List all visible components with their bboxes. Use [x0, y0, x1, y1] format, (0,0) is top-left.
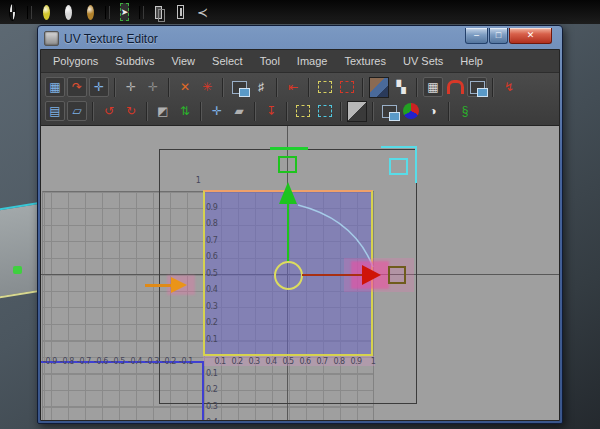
marquee-select-red-icon[interactable] [337, 77, 357, 97]
translate-v-arrow-shaft[interactable] [287, 202, 289, 262]
external-u-arrow-head [171, 277, 187, 293]
axis-label: 0.8 [333, 357, 344, 366]
window-app-icon [44, 31, 59, 46]
menu-item-view[interactable]: View [171, 55, 195, 67]
rotate-uv-cw-icon[interactable]: ↻ [121, 101, 141, 121]
texture-image-icon[interactable] [369, 77, 389, 97]
texture-image-bw-icon[interactable] [347, 101, 367, 121]
frame-top-highlight [270, 147, 308, 150]
sew-uv-edges-icon[interactable]: ✳ [197, 77, 217, 97]
menu-item-select[interactable]: Select [212, 55, 243, 67]
poly-cube-icon [155, 6, 162, 19]
rotate-uv-ccw-icon[interactable]: ↺ [99, 101, 119, 121]
status-separator [27, 6, 32, 19]
dim-image-icon[interactable]: ◑ [423, 101, 443, 121]
align-left-icon[interactable]: ⇤ [283, 77, 303, 97]
menu-item-uv-sets[interactable]: UV Sets [403, 55, 443, 67]
toggle-texture-grid-icon[interactable]: ▦ [423, 77, 443, 97]
minimize-button[interactable]: – [465, 28, 488, 44]
grid-uvs-icon[interactable]: ♯ [251, 77, 271, 97]
menu-item-help[interactable]: Help [460, 55, 483, 67]
menu-item-polygons[interactable]: Polygons [53, 55, 98, 67]
axis-label: -0.2 [162, 357, 176, 366]
menu-item-textures[interactable]: Textures [344, 55, 386, 67]
marquee-select-2-icon[interactable] [293, 101, 313, 121]
pixel-snap-magnet-icon [447, 80, 464, 94]
flip-u-icon[interactable]: ◩ [153, 101, 173, 121]
axis-label: 0.2 [206, 318, 217, 327]
toolbar-separator [168, 78, 170, 97]
uv-lattice-icon[interactable]: ▤ [45, 101, 65, 121]
axis-label: 0.4 [206, 285, 217, 294]
dither-display-icon[interactable]: ▚ [391, 77, 411, 97]
uv-smear-icon[interactable]: ↷ [67, 77, 87, 97]
uv-smudge-icon: ▱ [72, 104, 81, 118]
status-separator [139, 6, 144, 19]
translate-uv-icon[interactable]: ✛ [121, 77, 141, 97]
align-down-icon[interactable]: ↧ [261, 101, 281, 121]
translate-uv-alt-icon: ✛ [148, 80, 158, 94]
external-u-arrow-shaft [145, 284, 172, 287]
frame-all-icon[interactable] [171, 3, 190, 22]
translate-v-handle-square[interactable] [278, 156, 297, 173]
render-globe-icon[interactable] [3, 3, 22, 22]
relax-uvs-icon[interactable]: ▰ [229, 101, 249, 121]
translate-u-arrow-head[interactable] [362, 265, 381, 285]
texture-image-bw-icon [347, 101, 367, 122]
uv-entity-grid-icon[interactable]: ▦ [45, 77, 65, 97]
uv-move-icon[interactable]: ✛ [89, 77, 109, 97]
shaded-display-icon[interactable] [467, 77, 487, 97]
translate-uv-alt-icon[interactable]: ✛ [143, 77, 163, 97]
translate-u-arrow-shaft[interactable] [302, 274, 362, 276]
translate-u-handle-square[interactable] [388, 266, 406, 284]
axis-label-top-unit: 1 [196, 176, 201, 185]
menu-item-tool[interactable]: Tool [260, 55, 280, 67]
axis-label: 0.9 [350, 357, 361, 366]
flow-icon[interactable]: § [455, 101, 475, 121]
close-button[interactable]: ✕ [509, 28, 552, 44]
uv-smear-icon: ↷ [72, 80, 82, 94]
axis-label: -0.1 [179, 357, 193, 366]
material-ball-yellow-icon[interactable] [37, 3, 56, 22]
viewport-plane-object[interactable] [0, 202, 42, 301]
translate-v-arrow-head[interactable] [279, 182, 297, 204]
layout-uvs-icon[interactable] [229, 77, 249, 97]
pixel-snap-magnet-icon[interactable] [445, 77, 465, 97]
relax-uvs-icon: ▰ [234, 104, 243, 118]
rgb-channels-icon[interactable] [401, 101, 421, 121]
toolbar-separator [200, 102, 202, 121]
marquee-select-icon[interactable] [315, 77, 335, 97]
toolbar-separator [340, 102, 342, 121]
unfold-uvs-icon[interactable]: ✛ [207, 101, 227, 121]
axis-label: 0.3 [206, 401, 217, 410]
uv-move-icon: ✛ [94, 80, 104, 94]
axis-label: 0.4 [206, 418, 217, 422]
move-and-sew-icon[interactable]: ⇅ [175, 101, 195, 121]
toolbar-separator [362, 78, 364, 97]
move-and-sew-icon: ⇅ [180, 104, 190, 118]
material-ball-gold-icon[interactable] [81, 3, 100, 22]
render-globe-icon [9, 3, 16, 21]
poly-cube-icon[interactable] [149, 3, 168, 22]
uv-texture-editor-window: UV Texture Editor – □ ✕ PolygonsSubdivsV… [37, 25, 563, 424]
rotate-handle-square[interactable] [389, 158, 408, 175]
share-nodes-icon[interactable]: ≺ [193, 3, 212, 22]
uv-smudge-icon[interactable]: ▱ [67, 101, 87, 121]
material-ball-white-icon[interactable] [59, 3, 78, 22]
uv-canvas[interactable]: 1 -0.9-0.8-0.7-0.6-0.5-0.4-0.3-0.2-0.10.… [41, 126, 559, 421]
overlap-display-icon[interactable] [379, 101, 399, 121]
menu-item-image[interactable]: Image [297, 55, 328, 67]
edge-color-icon[interactable]: ↯ [499, 77, 519, 97]
toolbar-separator [146, 102, 148, 121]
select-tool-icon[interactable]: ➤ [115, 3, 134, 22]
marquee-select-cyan-icon[interactable] [315, 101, 335, 121]
layout-uvs-icon [232, 81, 247, 94]
toolbar-separator [92, 102, 94, 121]
viewport-selected-vertex[interactable] [13, 266, 22, 274]
maximize-button[interactable]: □ [489, 28, 508, 44]
sew-uv-edges-icon: ✳ [202, 80, 212, 94]
menu-item-subdivs[interactable]: Subdivs [115, 55, 154, 67]
pivot-circle[interactable] [274, 261, 303, 290]
cut-uv-edges-icon[interactable]: ✕ [175, 77, 195, 97]
axis-label: 0.2 [206, 385, 217, 394]
